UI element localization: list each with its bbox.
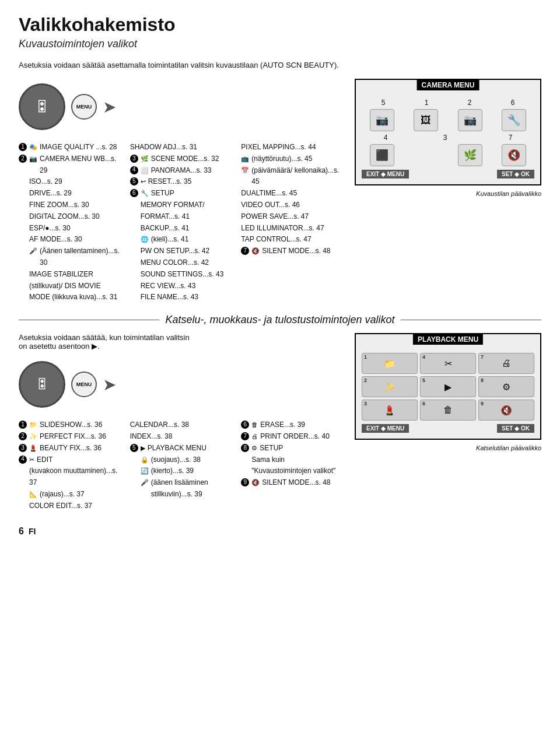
icons-row: 📷 🖼 📷 🔧 [362,109,534,131]
playback-col-3: 6 🗑 ERASE...s. 39 7 🖨 PRINT ORDER...s. 4… [241,419,343,512]
list-item: 6 SOUND SETTINGS...s. 43 [130,269,232,281]
list-item: 6 PW ON SETUP...s. 42 [130,246,232,257]
list-item: 6 FILE NAME...s. 43 [130,292,232,303]
bottom-icons-row: ⬛ 🌿 🔇 [362,144,534,166]
list-item: 2 ESP/●...s. 30 [19,223,121,234]
camera-menu-title: CAMERA MENU [417,80,480,90]
diagram-controls: EXIT ◆ MENU SET ◆ OK [362,170,534,178]
list-item: 5 🔒 (suojaus)...s. 38 [130,454,232,466]
list-item: DUALTIME...s. 45 [241,188,343,199]
list-item: INDEX...s. 38 [130,431,232,443]
playback-left-panel: Asetuksia voidaan säätää, kun toimintati… [19,333,343,512]
menu-col-2: SHADOW ADJ...s. 31 3 🌿 SCENE MODE...s. 3… [130,142,232,303]
playback-icon-8: 8⚙ [478,376,534,397]
playback-arrow-icon: ➤ [103,375,116,394]
list-item: 5 ↩ RESET...s. 35 [130,176,232,188]
divider-title: Katselu-, muokkaus- ja tulostustoimintoj… [165,314,394,326]
list-item: PIXEL MAPPING...s. 44 [241,142,343,153]
menu-circle: MENU [71,94,97,120]
item-num: 2 [19,155,27,163]
list-item: 2 ✨ PERFECT FIX...s. 36 [19,431,121,443]
playback-icon-1: 1📁 [362,353,418,374]
list-item: 1 🎭 IMAGE QUALITY ...s. 28 [19,142,121,153]
playback-list-2: CALENDAR...s. 38 INDEX...s. 38 5 ▶ PLAYB… [130,419,232,500]
intro-text: Asetuksia voidaan säätää asettamalla toi… [19,61,541,69]
page-footer: 6 FI [19,526,541,537]
list-item: 6 MENU COLOR...s. 42 [130,257,232,269]
list-item: 6 MEMORY FORMAT/ FORMAT...s. 41 [130,199,232,223]
camera-dial: 🎛 [19,83,65,130]
list-item: 📺 (näyttöruutu)...s. 45 [241,153,343,165]
list-item: 2 AF MODE...s. 30 [19,234,121,246]
item-num: 4 [130,166,138,174]
playback-set-button[interactable]: SET ◆ OK [497,424,534,433]
list-item: 4 ✂ EDIT [19,454,121,466]
list-item: 2 ISO...s. 29 [19,176,121,188]
list-item: 6 🗑 ERASE...s. 39 [241,419,343,431]
playback-menu-circle: MENU [71,372,97,397]
list-item: VIDEO OUT...s. 46 [241,199,343,211]
playback-icon-5: 5▶ [420,376,476,397]
playback-dial: 🎛 [19,361,65,408]
item-num: 3 [130,155,138,163]
menu-col-3: PIXEL MAPPING...s. 44 📺 (näyttöruutu)...… [241,142,343,303]
list-item: 2 IMAGE STABILIZER (stillkuvat)/ DIS MOV… [19,269,121,303]
arrow-icon: ➤ [103,97,116,117]
menu-list-1: 1 🎭 IMAGE QUALITY ...s. 28 2 📷 CAMERA ME… [19,142,121,303]
playback-exit-button[interactable]: EXIT ◆ MENU [362,424,409,433]
playback-icon-2: 2✨ [362,376,418,397]
kuvaustilan-label: Kuvaustilan päävalikko [355,190,541,197]
list-item: 2 📷 CAMERA MENU WB...s. 29 [19,153,121,177]
page-title: Valikkohakemisto [19,14,541,36]
playback-list-1: 1 📁 SLIDESHOW...s. 36 2 ✨ PERFECT FIX...… [19,419,121,512]
list-item: TAP CONTROL...s. 47 [241,234,343,246]
list-item: 4 📐 (rajaus)...s. 37 [19,489,121,500]
list-item: POWER SAVE...s. 47 [241,211,343,223]
menu-label: MENU [76,104,92,110]
camera-menu-section: 🎛 MENU ➤ 1 🎭 IMAGE QUALITY ...s. 28 [19,79,541,303]
playback-icon-4: 4✂ [420,353,476,374]
camera-menu-diagram: CAMERA MENU 5 1 2 6 📷 🖼 📷 🔧 [355,79,541,185]
divider-line-left [19,320,159,320]
exit-button[interactable]: EXIT ◆ MENU [362,170,409,178]
item-num: 5 [130,177,138,185]
list-item: 4 COLOR EDIT...s. 37 [19,500,121,512]
list-item: 2 DIGITAL ZOOM...s. 30 [19,211,121,223]
playback-col-1: 1 📁 SLIDESHOW...s. 36 2 ✨ PERFECT FIX...… [19,419,121,512]
item-num: 1 [19,143,27,151]
playback-menu-arrow: 🎛 MENU ➤ [19,356,343,412]
playback-menu-title: PLAYBACK MENU [413,334,483,345]
page-number: 6 [19,526,24,537]
bottom-content: 1 📁 SLIDESHOW...s. 36 2 ✨ PERFECT FIX...… [19,419,343,512]
list-item: 5 ▶ PLAYBACK MENU [130,443,232,454]
diagram-icon-box: 🔇 [502,144,526,166]
set-button[interactable]: SET ◆ OK [497,170,534,178]
list-item: 📅 (päivämäärä/ kellonaika)...s. 45 [241,165,343,188]
list-item: 6 REC VIEW...s. 43 [130,281,232,292]
playback-right-panel: PLAYBACK MENU 1📁 4✂ 7🖨 2✨ 5▶ 8⚙ 3💄 6🗑 9🔇… [355,333,541,512]
playback-icon-7: 7🖨 [478,353,534,374]
menu-list-3: PIXEL MAPPING...s. 44 📺 (näyttöruutu)...… [241,142,343,257]
list-item: 2 DRIVE...s. 29 [19,188,121,199]
numbers-top-row: 5 1 2 6 [362,99,534,107]
left-panel: 🎛 MENU ➤ 1 🎭 IMAGE QUALITY ...s. 28 [19,79,343,303]
list-item: 6 BACKUP...s. 41 [130,223,232,234]
menu-arrow-section: 🎛 MENU ➤ [19,79,343,135]
list-item: 8 Sama kuin "Kuvaustoimintojen valikot" [241,454,343,478]
content-columns: 1 🎭 IMAGE QUALITY ...s. 28 2 📷 CAMERA ME… [19,142,343,303]
menu-col-1: 1 🎭 IMAGE QUALITY ...s. 28 2 📷 CAMERA ME… [19,142,121,303]
numbers-bottom-row: 4 3 7 [362,134,534,142]
list-item: 9 🔇 SILENT MODE...s. 48 [241,477,343,489]
list-item: 2 🎤 (Äänen tallentaminen)...s. 30 [19,246,121,269]
item-num: 6 [130,189,138,197]
list-item: SHADOW ADJ...s. 31 [130,142,232,153]
playback-menu-label: MENU [76,381,92,387]
diagram-icon-box: 🌿 [458,144,482,166]
section-divider: Katselu-, muokkaus- ja tulostustoimintoj… [19,314,541,326]
playback-col-2: CALENDAR...s. 38 INDEX...s. 38 5 ▶ PLAYB… [130,419,232,512]
playback-section: Asetuksia voidaan säätää, kun toimintati… [19,333,541,512]
playback-controls: EXIT ◆ MENU SET ◆ OK [362,424,534,433]
katselutilan-label: Katselutilan päävalikko [355,444,541,451]
playback-intro-1: Asetuksia voidaan säätää, kun toimintati… [19,333,343,342]
playback-icon-9: 9🔇 [478,400,534,421]
